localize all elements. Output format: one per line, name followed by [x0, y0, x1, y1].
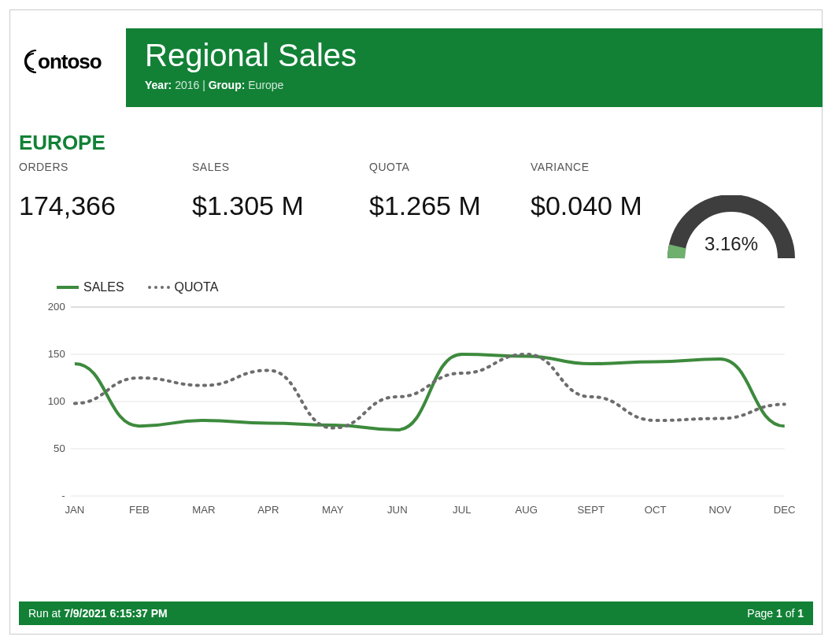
kpi-quota-value: $1.265 M: [369, 191, 507, 221]
kpi-quota-label: QUOTA: [369, 161, 507, 173]
svg-text:DEC: DEC: [774, 504, 796, 516]
kpi-variance: VARIANCE $0.040 M: [531, 161, 676, 221]
group-value: Europe: [248, 79, 283, 91]
svg-text:MAR: MAR: [192, 504, 215, 516]
page-title: Regional Sales: [145, 38, 804, 72]
svg-text:ontoso: ontoso: [38, 50, 102, 73]
header-subtitle: Year: 2016 | Group: Europe: [145, 79, 804, 91]
legend-swatch-sales-icon: [57, 286, 79, 289]
svg-text:FEB: FEB: [129, 504, 150, 516]
footer-page: Page 1 of 1: [747, 607, 804, 620]
gauge-percent: 3.16%: [660, 233, 802, 255]
gauge-icon: [660, 195, 802, 266]
svg-text:50: 50: [54, 442, 65, 454]
footer-run: Run at 7/9/2021 6:15:37 PM: [28, 607, 168, 620]
footer-page-num: 1: [776, 607, 782, 620]
chart-legend: SALES QUOTA: [57, 280, 218, 294]
chart-plot: -50100150200JANFEBMARAPRMAYJUNJULAUGSEPT…: [19, 299, 801, 527]
svg-text:150: 150: [48, 348, 65, 360]
svg-text:SEPT: SEPT: [578, 504, 605, 516]
svg-text:OCT: OCT: [645, 504, 667, 516]
kpi-sales-label: SALES: [192, 161, 346, 173]
variance-gauge: 3.16%: [660, 195, 802, 266]
contoso-logo-icon: ontoso: [19, 46, 121, 77]
legend-swatch-quota-icon: [148, 286, 170, 289]
kpi-sales: SALES $1.305 M: [192, 161, 346, 221]
header-banner: Regional Sales Year: 2016 | Group: Europ…: [126, 28, 823, 107]
year-label: Year:: [145, 79, 172, 91]
kpi-orders-value: 174,366: [19, 191, 168, 221]
sales-quota-chart: SALES QUOTA -50100150200JANFEBMARAPRMAYJ…: [19, 276, 801, 535]
legend-sales: SALES: [57, 280, 124, 294]
footer-page-of: of: [786, 607, 795, 620]
logo: ontoso: [19, 46, 121, 80]
kpi-orders-label: ORDERS: [19, 161, 168, 173]
year-value: 2016: [175, 79, 199, 91]
svg-text:APR: APR: [257, 504, 279, 516]
footer-run-at: 7/9/2021 6:15:37 PM: [64, 607, 168, 620]
region-heading: EUROPE: [19, 131, 105, 155]
svg-text:JUL: JUL: [453, 504, 471, 516]
footer-bar: Run at 7/9/2021 6:15:37 PM Page 1 of 1: [19, 601, 813, 625]
svg-text:-: -: [61, 490, 65, 502]
legend-quota: QUOTA: [148, 280, 219, 294]
svg-text:NOV: NOV: [708, 504, 731, 516]
legend-quota-label: QUOTA: [175, 280, 219, 294]
kpi-variance-value: $0.040 M: [531, 191, 676, 221]
footer-run-prefix: Run at: [28, 607, 61, 620]
kpi-quota: QUOTA $1.265 M: [369, 161, 507, 221]
footer-page-total: 1: [797, 607, 804, 620]
svg-text:MAY: MAY: [322, 504, 344, 516]
svg-text:JAN: JAN: [65, 504, 84, 516]
svg-text:200: 200: [48, 301, 65, 313]
kpi-orders: ORDERS 174,366: [19, 161, 168, 221]
svg-text:100: 100: [48, 395, 65, 407]
svg-text:JUN: JUN: [387, 504, 408, 516]
footer-page-prefix: Page: [747, 607, 773, 620]
kpi-variance-label: VARIANCE: [531, 161, 676, 173]
kpi-sales-value: $1.305 M: [192, 191, 346, 221]
svg-text:AUG: AUG: [516, 504, 538, 516]
legend-sales-label: SALES: [83, 280, 124, 294]
group-label: Group:: [209, 79, 246, 91]
